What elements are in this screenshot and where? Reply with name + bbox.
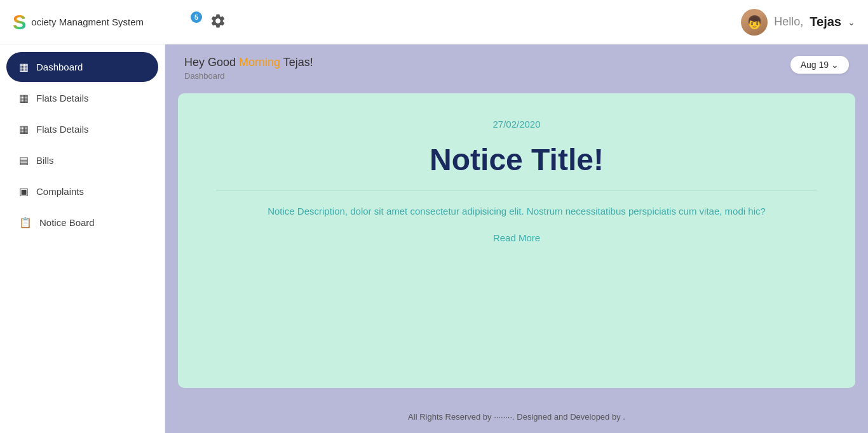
bills-icon: ▤: [19, 154, 29, 166]
sidebar-item-notice-board-label: Notice Board: [39, 217, 95, 228]
sidebar-item-flats-label-1: Flats Details: [36, 93, 89, 103]
flats-details-1-icon: ▦: [19, 92, 29, 104]
notice-title: Notice Title!: [430, 142, 604, 177]
hello-label: Hello,: [774, 15, 803, 29]
complaints-icon: ▣: [19, 185, 29, 197]
date-badge[interactable]: Aug 19 ⌄: [790, 56, 849, 74]
avatar: 👦: [741, 9, 768, 36]
sidebar-item-flats-details-1[interactable]: ▦ Flats Details: [6, 83, 158, 113]
main-layout: ▦ Dashboard ▦ Flats Details ▦ Flats Deta…: [0, 44, 868, 433]
breadcrumb: Dashboard: [184, 71, 313, 81]
date-badge-chevron: ⌄: [831, 60, 839, 70]
notice-divider: [216, 190, 817, 190]
settings-icon[interactable]: [210, 13, 226, 32]
notice-board-icon: 📋: [19, 216, 32, 229]
read-more-link[interactable]: Read More: [493, 232, 540, 243]
user-name: Tejas: [810, 15, 841, 29]
sidebar-item-bills[interactable]: ▤ Bills: [6, 145, 158, 175]
logo-text: ociety Managment System: [31, 17, 144, 27]
sidebar: ▦ Dashboard ▦ Flats Details ▦ Flats Deta…: [0, 44, 165, 433]
content-header: Hey Good Morning Tejas! Dashboard Aug 19…: [165, 44, 868, 87]
header: S ociety Managment System 5 👦 Hello, Tej…: [0, 0, 868, 44]
greeting-area: Hey Good Morning Tejas! Dashboard: [184, 56, 313, 81]
main-content: Hey Good Morning Tejas! Dashboard Aug 19…: [165, 44, 868, 433]
greeting-prefix: Hey Good: [184, 56, 239, 69]
footer: All Rights Reserved by ········. Designe…: [165, 401, 868, 433]
avatar-image: 👦: [741, 9, 768, 36]
date-badge-label: Aug 19: [801, 60, 829, 70]
notice-date: 27/02/2020: [492, 119, 540, 130]
dashboard-icon: ▦: [19, 61, 29, 73]
footer-text: All Rights Reserved by ········. Designe…: [408, 412, 625, 422]
user-menu[interactable]: 👦 Hello, Tejas ⌄: [741, 9, 855, 36]
logo-area: S ociety Managment System: [13, 12, 178, 32]
sidebar-item-dashboard[interactable]: ▦ Dashboard: [6, 52, 158, 82]
logo-letter: S: [13, 12, 26, 32]
user-menu-chevron: ⌄: [848, 17, 855, 27]
greeting-morning: Morning: [239, 56, 280, 69]
sidebar-item-dashboard-label: Dashboard: [36, 62, 83, 72]
greeting-suffix: Tejas!: [280, 56, 313, 69]
sidebar-item-notice-board[interactable]: 📋 Notice Board: [6, 208, 158, 237]
sidebar-item-flats-label-2: Flats Details: [36, 124, 89, 135]
notice-description: Notice Description, dolor sit amet conse…: [268, 203, 766, 220]
sidebar-item-flats-details-2[interactable]: ▦ Flats Details: [6, 114, 158, 144]
flats-details-2-icon: ▦: [19, 123, 29, 135]
sidebar-item-complaints-label: Complaints: [36, 186, 84, 197]
sidebar-item-complaints[interactable]: ▣ Complaints: [6, 177, 158, 206]
notice-card: 27/02/2020 Notice Title! Notice Descript…: [178, 93, 855, 388]
greeting-text: Hey Good Morning Tejas!: [184, 56, 313, 69]
sidebar-item-bills-label: Bills: [36, 155, 54, 166]
header-icons: 5: [178, 13, 741, 32]
notification-badge: 5: [191, 11, 202, 23]
